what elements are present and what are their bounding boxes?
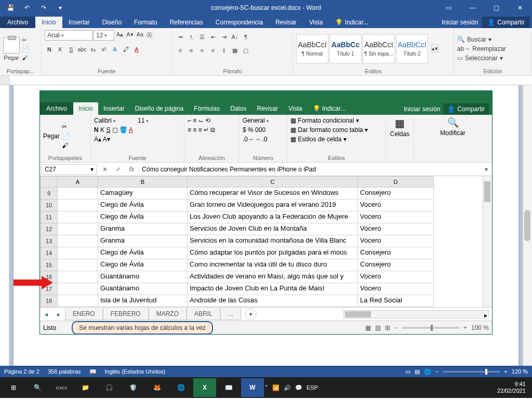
tab-references[interactable]: Referencias	[164, 17, 209, 28]
word-zoom-in[interactable]: +	[504, 368, 507, 375]
ex-right-icon[interactable]: ≡	[198, 126, 202, 134]
read-mode-icon[interactable]: ▭	[405, 368, 410, 375]
cell[interactable]: Ciego de Ávila	[98, 247, 188, 259]
table-row[interactable]: GranmaServicios en la comunidad montaños…	[58, 235, 483, 247]
ex-share-button[interactable]: 👤 Compartir	[443, 103, 489, 115]
ex-cell-styles[interactable]: ▦ Estilos de celda ▾	[290, 136, 382, 143]
ex-comma-icon[interactable]: 000	[255, 126, 265, 134]
task-view-icon[interactable]: ▭▭	[50, 378, 73, 397]
table-row[interactable]: Ciego de ÁvilaCómo adaptar los puntos po…	[58, 247, 483, 259]
word-zoom-value[interactable]: 120 %	[512, 368, 528, 375]
sheet-tab-enero[interactable]: ENERO	[65, 308, 103, 320]
table-row[interactable]: Isla de la JuventudAndroide de las Cosas…	[58, 295, 483, 307]
cell[interactable]: Consejero	[358, 188, 434, 200]
cell[interactable]: Vocero	[358, 223, 434, 235]
grow-font-icon[interactable]: A▴	[115, 30, 124, 41]
cell[interactable]: Vocero	[358, 235, 434, 247]
dec-indent-icon[interactable]: ⇤	[208, 32, 218, 42]
cell[interactable]: Cómo adaptar los puntos por pulgadas par…	[188, 247, 358, 259]
cell[interactable]: Vocero	[358, 271, 434, 283]
tab-review[interactable]: Revisar	[269, 17, 303, 28]
cell[interactable]: Ciego de Ávila	[98, 200, 188, 211]
cell[interactable]: Consejero	[358, 247, 434, 259]
close-icon[interactable]: ✕	[508, 0, 532, 16]
tab-mailings[interactable]: Correspondencia	[209, 17, 269, 28]
cell[interactable]: Isla de la Juventud	[98, 295, 188, 307]
tray-notifications-icon[interactable]: 💬	[295, 384, 302, 391]
sort-icon[interactable]: A↓	[230, 32, 240, 42]
fx-icon[interactable]: fx	[125, 166, 138, 173]
row-header[interactable]: 13	[40, 235, 58, 247]
cancel-icon[interactable]: ✕	[98, 166, 112, 173]
tell-me[interactable]: 💡 Indicar...	[329, 17, 375, 28]
cell[interactable]: Cómo recuperar el Visor de Sucesos en Wi…	[188, 188, 358, 200]
name-box[interactable]: C27▾	[41, 164, 97, 175]
cell[interactable]	[58, 247, 98, 259]
find-button[interactable]: 🔍 Buscar ▾	[457, 36, 506, 43]
app-icon-1[interactable]: 🎧	[98, 378, 121, 397]
change-case-icon[interactable]: Aa	[136, 30, 144, 41]
ex-tell-me[interactable]: 💡 Indicar...	[308, 102, 351, 115]
style-nospacing[interactable]: AaBbCcI¶ Sin espa...	[363, 34, 395, 63]
ex-bot-align-icon[interactable]: ⌙	[198, 117, 204, 124]
undo-icon[interactable]: ↶	[21, 2, 33, 14]
cell[interactable]: Vocero	[358, 283, 434, 295]
start-button[interactable]: ⊞	[2, 378, 25, 397]
zoom-out-icon[interactable]: −	[394, 324, 398, 331]
font-color-icon[interactable]: A	[132, 45, 141, 54]
cell[interactable]: Ciego de Ávila	[98, 211, 188, 223]
word-count[interactable]: 356 palabras	[48, 368, 81, 375]
cell[interactable]: La Red Social	[358, 295, 434, 307]
ex-sign-in[interactable]: Iniciar sesión	[404, 105, 440, 113]
ex-paste-button[interactable]: Pegar	[43, 132, 60, 140]
word-taskbar-icon[interactable]: W	[241, 378, 264, 397]
qat-more-icon[interactable]: ▾	[54, 2, 66, 14]
tab-view[interactable]: Vista	[303, 17, 329, 28]
web-layout-icon[interactable]: 🌐	[424, 368, 431, 375]
cell[interactable]: Guantánamo	[98, 283, 188, 295]
horizontal-ruler[interactable]	[0, 76, 532, 85]
ribbon-opts-icon[interactable]: ▭	[436, 0, 460, 16]
ex-wrap-icon[interactable]: ↵	[204, 126, 209, 134]
ex-bold-icon[interactable]: N	[94, 126, 99, 134]
enter-icon[interactable]: ✓	[112, 166, 125, 173]
cell[interactable]: Androide de las Cosas	[188, 295, 358, 307]
excel-taskbar-icon[interactable]: X	[193, 378, 216, 397]
ex-cut-icon[interactable]: ✂	[62, 123, 70, 130]
excel-grid[interactable]: 9101112131415161718 A B C D CamagüeyCómo…	[40, 176, 492, 307]
select-button[interactable]: ▭ Seleccionar ▾	[457, 55, 506, 62]
cell[interactable]: Granma	[98, 235, 188, 247]
word-zoom-slider[interactable]	[443, 371, 500, 373]
col-header-d[interactable]: D	[358, 176, 434, 188]
thunderbird-icon[interactable]: ✉️	[217, 378, 240, 397]
underline-icon[interactable]: S	[66, 45, 76, 54]
row-header[interactable]: 10	[40, 200, 58, 211]
align-left-icon[interactable]: ≡	[176, 46, 185, 55]
style-normal[interactable]: AaBbCcI¶ Normal	[296, 34, 328, 63]
sheet-tab-more[interactable]: ...	[220, 308, 241, 320]
search-icon[interactable]: 🔍	[26, 378, 49, 397]
row-header[interactable]: 14	[40, 247, 58, 259]
save-icon[interactable]: 💾	[4, 2, 17, 14]
row-header[interactable]: 9	[40, 188, 58, 200]
table-row[interactable]: Ciego de ÁvilaComo incrementar la vida ú…	[58, 259, 483, 271]
borders-icon[interactable]: ▢	[241, 46, 250, 55]
ex-orient-icon[interactable]: ⟲	[205, 117, 210, 124]
new-sheet-button[interactable]: +	[245, 309, 257, 320]
row-header[interactable]: 15	[40, 259, 58, 271]
cell[interactable]: Actividades de verano en Maisí, algo más…	[188, 271, 358, 283]
view-pagebreak-icon[interactable]: ⊞	[385, 324, 390, 331]
cell[interactable]	[58, 235, 98, 247]
language-indicator[interactable]: ESP	[307, 384, 318, 391]
cell[interactable]	[58, 188, 98, 200]
ex-shrink-icon[interactable]: A▾	[103, 136, 110, 143]
font-size-select[interactable]: 12	[94, 30, 114, 41]
justify-icon[interactable]: ≡	[208, 46, 218, 55]
line-spacing-icon[interactable]: ‡	[219, 46, 229, 55]
sheet-tab-febrero[interactable]: FEBRERO	[103, 308, 149, 320]
show-marks-icon[interactable]: ¶	[241, 32, 250, 42]
vertical-ruler[interactable]	[0, 85, 9, 366]
page-count[interactable]: Página 2 de 2	[4, 368, 39, 375]
cell[interactable]	[58, 259, 98, 271]
cell[interactable]: Gran torneo de Videojuegos para el veran…	[188, 200, 358, 211]
